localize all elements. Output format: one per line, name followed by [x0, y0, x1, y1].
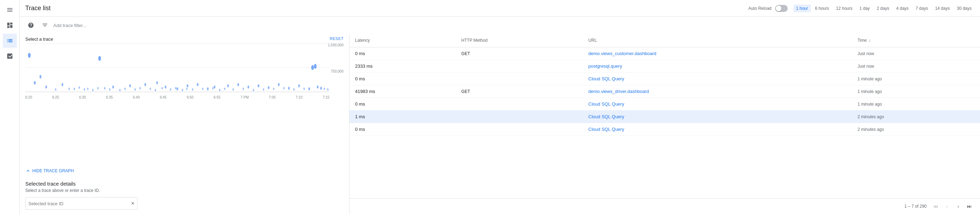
left-panel: Select a trace RESET 1,500,000 750,000: [20, 34, 350, 214]
time-btn-4days[interactable]: 4 days: [893, 5, 911, 12]
chart-container: 1,500,000 750,000: [25, 43, 344, 99]
svg-point-63: [314, 64, 317, 69]
url-cell[interactable]: postgresql.query: [583, 60, 852, 73]
url-cell[interactable]: Cloud SQL Query: [583, 73, 852, 85]
svg-point-30: [165, 86, 166, 89]
svg-point-51: [258, 84, 259, 87]
url-cell[interactable]: Cloud SQL Query: [583, 123, 852, 136]
chart-area[interactable]: [25, 43, 329, 92]
list-icon[interactable]: [3, 34, 17, 48]
method-cell: GET: [456, 48, 583, 60]
svg-point-29: [161, 87, 163, 89]
svg-point-5: [39, 75, 41, 78]
x-label-640: 6:40: [133, 95, 140, 99]
time-cell: Just now: [852, 48, 980, 60]
table-row[interactable]: 1 msCloud SQL Query2 minutes ago: [350, 111, 980, 123]
table-row[interactable]: 0 msCloud SQL Query1 minute ago: [350, 98, 980, 111]
svg-point-15: [97, 87, 99, 89]
first-page-button[interactable]: ⏮: [931, 201, 941, 211]
latency-cell: 0 ms: [350, 123, 456, 136]
page-title: Trace list: [25, 5, 51, 12]
filter-placeholder: Add trace filter...: [53, 23, 86, 28]
auto-reload-label: Auto Reload: [748, 6, 772, 11]
time-btn-1hour[interactable]: 1 hour: [793, 5, 811, 12]
time-btn-7days[interactable]: 7 days: [913, 5, 931, 12]
latency-cell: 0 ms: [350, 48, 456, 60]
hide-graph-button[interactable]: HIDE TRACE GRAPH: [20, 165, 349, 176]
method-cell: [456, 123, 583, 136]
table-row[interactable]: 2333 mspostgresql.queryJust now: [350, 60, 980, 73]
x-label-630: 6:30: [79, 95, 86, 99]
x-label-650: 6:50: [187, 95, 193, 99]
auto-reload-toggle[interactable]: [775, 5, 788, 12]
table-row[interactable]: 0 msCloud SQL Query1 minute ago: [350, 73, 980, 85]
time-btn-2days[interactable]: 2 days: [874, 5, 892, 12]
svg-point-58: [293, 89, 295, 91]
x-label-655: 6:55: [214, 95, 220, 99]
svg-point-43: [219, 89, 220, 91]
svg-point-26: [150, 88, 151, 90]
scatter-chart: [25, 43, 329, 92]
method-cell: [456, 98, 583, 111]
svg-point-67: [327, 89, 328, 91]
table-row[interactable]: 41983 msGETdemo.views_driver.dashboard1 …: [350, 85, 980, 98]
menu-icon[interactable]: [3, 3, 17, 17]
svg-point-41: [212, 87, 214, 89]
svg-point-42: [214, 86, 215, 89]
prev-page-button[interactable]: ‹: [942, 201, 952, 211]
help-button[interactable]: [25, 20, 37, 31]
toggle-knob: [776, 6, 781, 11]
table-wrapper: Latency HTTP Method URL Time ↓ 0 msGETde…: [350, 34, 980, 198]
svg-point-53: [268, 86, 269, 89]
url-cell[interactable]: Cloud SQL Query: [583, 111, 852, 123]
col-url: URL: [583, 34, 852, 48]
dashboard-icon[interactable]: [3, 18, 17, 32]
last-page-button[interactable]: ⏭: [964, 201, 974, 211]
svg-point-48: [242, 88, 244, 90]
col-time[interactable]: Time ↓: [852, 34, 980, 48]
svg-point-10: [74, 88, 75, 90]
url-cell[interactable]: Cloud SQL Query: [583, 98, 852, 111]
table-header-row: Latency HTTP Method URL Time ↓: [350, 34, 980, 48]
x-label-620: 6:20: [25, 95, 32, 99]
time-btn-14days[interactable]: 14 days: [932, 5, 953, 12]
reset-button[interactable]: RESET: [330, 36, 344, 41]
svg-point-4: [34, 81, 36, 84]
svg-point-35: [186, 88, 188, 90]
select-trace-label: Select a trace: [25, 36, 53, 42]
svg-point-59: [298, 84, 300, 87]
selected-trace-subtitle: Select a trace above or enter a trace ID…: [25, 188, 344, 193]
clear-trace-button[interactable]: ×: [131, 200, 134, 207]
time-cell: 1 minute ago: [852, 73, 980, 85]
url-cell[interactable]: demo.views_driver.dashboard: [583, 85, 852, 98]
toolbar: Add trace filter...: [20, 17, 980, 34]
time-cell: 2 minutes ago: [852, 111, 980, 123]
graph-section: Select a trace RESET 1,500,000 750,000: [20, 34, 349, 165]
time-btn-12hours[interactable]: 12 hours: [833, 5, 856, 12]
table-row[interactable]: 0 msCloud SQL Query2 minutes ago: [350, 123, 980, 136]
filter-button[interactable]: [39, 20, 51, 31]
trace-id-input[interactable]: [29, 201, 131, 206]
svg-point-55: [278, 83, 280, 86]
x-label-645: 6:45: [160, 95, 166, 99]
latency-cell: 1 ms: [350, 111, 456, 123]
svg-point-40: [207, 87, 209, 90]
svg-point-16: [98, 56, 101, 61]
url-cell[interactable]: demo.views_customer.dashboard: [583, 48, 852, 60]
svg-point-21: [124, 88, 126, 90]
table-row[interactable]: 0 msGETdemo.views_customer.dashboardJust…: [350, 48, 980, 60]
svg-point-12: [84, 89, 85, 91]
pagination: 1 – 7 of 290 ⏮ ‹ › ⏭: [350, 198, 980, 214]
time-btn-30days[interactable]: 30 days: [954, 5, 974, 12]
x-label-7pm: 7 PM: [241, 95, 249, 99]
method-cell: [456, 111, 583, 123]
chart-icon[interactable]: [3, 49, 17, 63]
svg-point-34: [182, 89, 183, 91]
time-btn-6hours[interactable]: 6 hours: [812, 5, 832, 12]
trace-id-input-row: ×: [25, 197, 138, 210]
svg-point-20: [119, 89, 121, 91]
time-btn-1day[interactable]: 1 day: [857, 5, 873, 12]
x-label-710: 7:10: [296, 95, 302, 99]
next-page-button[interactable]: ›: [953, 201, 963, 211]
time-cell: 2 minutes ago: [852, 123, 980, 136]
